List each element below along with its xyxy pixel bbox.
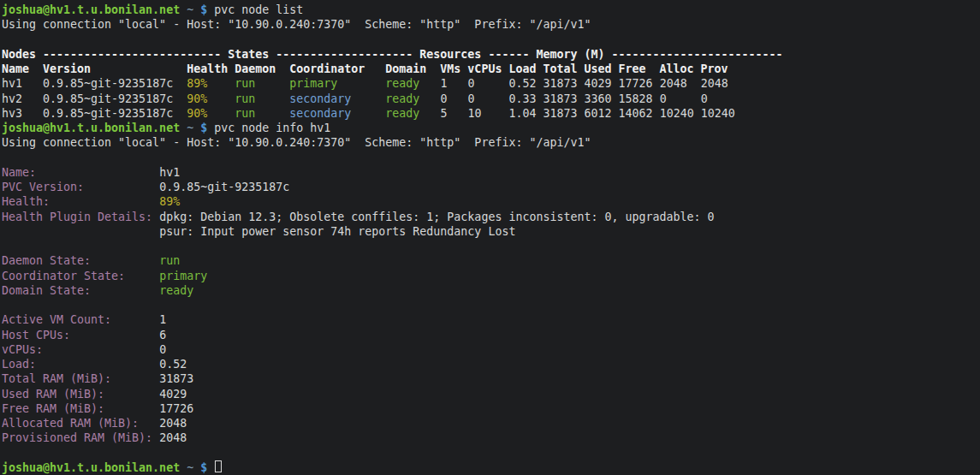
connection-info-line: Using connection "local" - Host: "10.90.… — [2, 17, 980, 32]
connection-info-line: Using connection "local" - Host: "10.90.… — [2, 135, 980, 150]
node-list-cell: ready — [385, 107, 440, 120]
prompt-user-host: joshua@hv1.t.u.bonilan.net — [2, 122, 180, 134]
prompt-line-node-list: joshua@hv1.t.u.bonilan.net ~ $ pvc node … — [2, 3, 980, 17]
node-info-line: Total RAM (MiB): 31873 — [2, 371, 980, 386]
node-info-label: Coordinator State: — [2, 270, 159, 282]
node-list-row: hv2 0.9.85~git-9235187c 90% run secondar… — [2, 92, 980, 106]
node-list-cell: 10240 — [701, 107, 735, 120]
node-info-label: Used RAM (MiB): — [2, 388, 159, 401]
node-info-label: Free RAM (MiB): — [2, 402, 159, 415]
node-info-continuation-line: psur: Input power sensor 74h reports Red… — [2, 224, 980, 239]
node-list-cell: 5 — [440, 107, 467, 120]
terminal-cursor[interactable] — [215, 460, 222, 472]
blank-line — [2, 33, 980, 47]
command-text: pvc node list — [214, 3, 303, 16]
node-list-cell: secondary — [289, 92, 385, 105]
node-list-cell: ready — [385, 77, 440, 90]
node-list-cell: 0 — [701, 92, 708, 105]
node-info-label: PVC Version: — [2, 181, 159, 193]
node-info-label: Total RAM (MiB): — [2, 372, 159, 385]
node-info-line: Used RAM (MiB): 4029 — [2, 387, 980, 401]
node-info-line: Name: hv1 — [2, 165, 980, 180]
node-list-cell: run — [235, 77, 289, 90]
node-info-value: 4029 — [159, 388, 187, 401]
node-info-value: 6 — [159, 329, 166, 341]
node-info-value: run — [159, 254, 180, 267]
node-list-cell: hv1 — [2, 77, 43, 90]
node-info-line: Host CPUs: 6 — [2, 328, 980, 342]
node-list-cell: 0.9.85~git-9235187c — [43, 77, 187, 90]
node-list-cell: 0.9.85~git-9235187c — [43, 92, 187, 105]
node-info-line: Domain State: ready — [2, 283, 980, 298]
node-list-cell: primary — [289, 77, 385, 90]
prompt-symbol: $ — [200, 122, 207, 134]
node-list-cell: 0 — [660, 92, 701, 105]
node-info-label: Host CPUs: — [2, 329, 159, 341]
node-info-value: primary — [159, 270, 207, 282]
node-info-value: dpkg: Debian 12.3; Obsolete conffiles: 1… — [159, 211, 714, 223]
terminal-window[interactable]: joshua@hv1.t.u.bonilan.net ~ $ pvc node … — [0, 0, 980, 475]
node-info-label: Active VM Count: — [2, 313, 159, 326]
node-list-cell: 0.9.85~git-9235187c — [43, 107, 187, 120]
node-info-label: Load: — [2, 358, 159, 371]
node-info-value: ready — [159, 284, 193, 297]
blank-line — [2, 446, 980, 460]
command-text: pvc node info hv1 — [214, 122, 330, 134]
node-info-value: 17726 — [159, 402, 193, 415]
node-info-label: Health Plugin Details: — [2, 211, 159, 223]
node-list-cell: ready — [385, 92, 440, 105]
node-info-label: Name: — [2, 166, 159, 179]
node-list-column-header: Name Version Health Daemon Coordinator D… — [2, 62, 980, 76]
node-info-value: 31873 — [159, 372, 193, 385]
node-list-cell: 17726 — [619, 77, 660, 90]
node-info-line: Free RAM (MiB): 17726 — [2, 401, 980, 416]
node-info-label: vCPUs: — [2, 343, 159, 356]
node-info-label: Allocated RAM (MiB): — [2, 417, 159, 430]
node-list-cell: 2048 — [660, 77, 701, 90]
node-info-line: PVC Version: 0.9.85~git-9235187c — [2, 180, 980, 194]
node-info-value: psur: Input power sensor 74h reports Red… — [159, 225, 515, 238]
node-info-value: 0.52 — [159, 358, 187, 371]
node-info-line: Health Plugin Details: dpkg: Debian 12.3… — [2, 210, 980, 224]
node-info-value: 0.9.85~git-9235187c — [159, 181, 289, 193]
node-info-value: 2048 — [159, 431, 187, 444]
node-info-line: Health: 89% — [2, 194, 980, 209]
node-info-value: 2048 — [159, 417, 187, 430]
node-list-cell: 31873 — [543, 92, 585, 105]
node-info-value: 1 — [159, 313, 166, 326]
node-list-cell: 31873 — [543, 77, 585, 90]
blank-line — [2, 298, 980, 312]
blank-line — [2, 239, 980, 253]
prompt-symbol: $ — [200, 3, 207, 16]
node-info-line: Active VM Count: 1 — [2, 312, 980, 327]
node-list-cell: 0 — [467, 77, 508, 90]
node-info-line: Daemon State: run — [2, 253, 980, 268]
node-list-cell: secondary — [289, 107, 385, 120]
node-info-label: Health: — [2, 195, 159, 208]
node-list-cell: hv2 — [2, 92, 43, 105]
node-info-label: Provisioned RAM (MiB): — [2, 431, 159, 444]
node-list-cell: 3360 — [585, 92, 619, 105]
node-info-line: Coordinator State: primary — [2, 269, 980, 283]
node-list-cell: 2048 — [701, 77, 728, 90]
node-list-cell: run — [235, 107, 289, 120]
node-list-cell: hv3 — [2, 107, 43, 120]
node-list-row: hv3 0.9.85~git-9235187c 90% run secondar… — [2, 106, 980, 121]
node-list-cell: 90% — [187, 107, 235, 120]
prompt-user-host: joshua@hv1.t.u.bonilan.net — [2, 461, 180, 474]
node-list-cell: 14062 — [619, 107, 660, 120]
node-list-cell: 90% — [187, 92, 235, 105]
prompt-symbol: $ — [200, 461, 207, 474]
prompt-user-host: joshua@hv1.t.u.bonilan.net — [2, 3, 180, 16]
node-list-cell: 6012 — [585, 107, 619, 120]
node-info-label: Domain State: — [2, 284, 159, 297]
terminal-screen: joshua@hv1.t.u.bonilan.net ~ $ pvc node … — [2, 3, 980, 475]
node-list-cell: 0.52 — [508, 77, 543, 90]
node-info-line: Provisioned RAM (MiB): 2048 — [2, 430, 980, 445]
prompt-line-idle: joshua@hv1.t.u.bonilan.net ~ $ — [2, 460, 980, 475]
prompt-cwd: ~ — [187, 461, 193, 474]
node-list-cell: run — [235, 92, 289, 105]
node-list-cell: 0 — [467, 92, 508, 105]
blank-line — [2, 151, 980, 165]
node-list-cell: 10240 — [660, 107, 701, 120]
